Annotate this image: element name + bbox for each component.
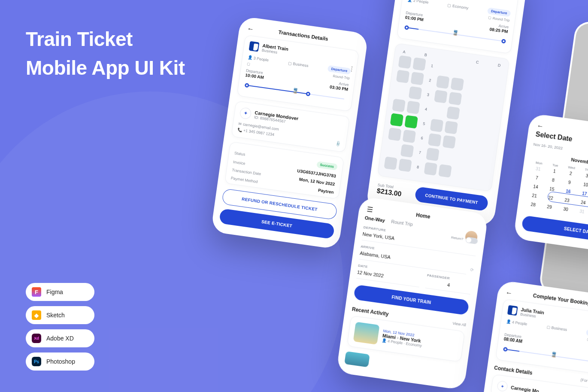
- hero-line2: Mobile App UI Kit: [26, 54, 185, 82]
- seat-gap: [440, 149, 454, 163]
- seat-gap: [438, 61, 452, 75]
- row-number: 5: [419, 121, 428, 127]
- contact-name: Carnegie Mo: [510, 385, 539, 392]
- hero-title: Train Ticket Mobile App UI Kit: [26, 25, 185, 82]
- menu-icon[interactable]: ☰: [367, 205, 374, 214]
- departure-badge: Departure: [327, 65, 351, 75]
- seat[interactable]: [396, 70, 410, 83]
- calendar-day[interactable]: 31: [530, 165, 546, 172]
- recent-heading: Recent Activity: [352, 306, 389, 317]
- calendar-day[interactable]: 7: [528, 174, 545, 181]
- calendar-day[interactable]: 21: [526, 192, 543, 199]
- seat[interactable]: [438, 164, 452, 178]
- calendar-day[interactable]: 8: [545, 177, 561, 184]
- col-c: C: [476, 60, 479, 65]
- seat[interactable]: [444, 121, 458, 134]
- col-b: B: [424, 53, 427, 58]
- seat[interactable]: [406, 100, 420, 114]
- class-pill: ▢ Economy: [447, 3, 469, 10]
- row-number: 2: [425, 78, 434, 83]
- seat[interactable]: [409, 86, 422, 100]
- tool-icon: Ps: [32, 357, 41, 366]
- calendar-day[interactable]: 14: [527, 183, 544, 190]
- seat[interactable]: [392, 99, 406, 112]
- contact-note: (For E-Ticket/Vo: [580, 378, 588, 386]
- screen-select-seat: Select Seat Benedict Train Economy 👤 2 P…: [366, 0, 528, 227]
- recent-thumb-peek: [344, 351, 370, 368]
- seat[interactable]: [403, 130, 416, 143]
- class-pill: ▢ Business: [546, 325, 567, 332]
- calendar-day[interactable]: 29: [541, 204, 558, 210]
- swap-icon[interactable]: ⟳: [470, 267, 474, 272]
- seat[interactable]: [398, 158, 412, 172]
- calendar-day[interactable]: 1: [546, 168, 563, 175]
- seat[interactable]: [443, 135, 456, 149]
- tool-icon: ◆: [32, 310, 41, 320]
- recent-view-all[interactable]: View All: [452, 321, 466, 327]
- train-icon: 🚆: [452, 30, 459, 36]
- seat[interactable]: [430, 119, 444, 132]
- calendar-day[interactable]: 10: [577, 181, 588, 188]
- calendar-day[interactable]: 28: [524, 201, 541, 208]
- row-number: 3: [424, 92, 433, 97]
- seat[interactable]: [449, 92, 462, 106]
- status-badge: Success: [316, 161, 338, 170]
- tool-label: Figma: [46, 289, 63, 295]
- dow: Thu: [579, 167, 588, 173]
- departure-badge: Departure: [487, 7, 511, 17]
- row-number: 8: [413, 164, 422, 170]
- invoice-label: Invoice: [233, 160, 246, 166]
- return-label: Return?: [451, 235, 463, 241]
- company-logo-icon: ✦: [239, 107, 252, 119]
- row-number: 4: [421, 106, 430, 112]
- select-date-button[interactable]: SELECT DATE: [521, 215, 588, 246]
- row-number: 7: [415, 150, 424, 155]
- seat[interactable]: [384, 156, 397, 170]
- calendar-day[interactable]: 3: [579, 172, 588, 179]
- seat[interactable]: [451, 77, 464, 91]
- seat[interactable]: [434, 90, 448, 103]
- tool-icon: Xd: [32, 334, 41, 343]
- company-logo-icon: ✦: [497, 380, 508, 392]
- seat[interactable]: [411, 72, 424, 85]
- contact-heading: Contack Details: [494, 365, 533, 376]
- calendar-day[interactable]: 30: [557, 206, 574, 213]
- train-card: Albert Train Business ⋮ 👤 3 People ▢ Bus…: [237, 35, 359, 112]
- calendar-day[interactable]: 9: [561, 179, 578, 186]
- seat[interactable]: [424, 162, 438, 176]
- seat[interactable]: [426, 148, 439, 161]
- hero-line1: Train Ticket: [26, 25, 185, 54]
- seat-selected[interactable]: [404, 115, 418, 129]
- tool-chip: PsPhotoshop: [26, 352, 94, 371]
- tool-chip: ◆Sketch: [26, 306, 94, 324]
- dow: Mon: [530, 160, 547, 166]
- seat-gap: [386, 142, 400, 156]
- calendar-day[interactable]: 31: [573, 208, 588, 215]
- seat[interactable]: [400, 144, 414, 158]
- calendar[interactable]: November, 2022 MonTueWedThuFriSaSu 31123…: [524, 152, 588, 222]
- tool-chip: XdAdobe XD: [26, 329, 94, 347]
- seat[interactable]: [436, 75, 450, 89]
- seat[interactable]: [412, 57, 426, 71]
- more-icon[interactable]: ⋮: [349, 65, 355, 73]
- seat-gap: [452, 63, 466, 76]
- seat[interactable]: [388, 128, 402, 141]
- pay-method-label: Paymet Method: [230, 176, 258, 184]
- back-icon[interactable]: ←: [246, 25, 254, 33]
- people-label: 👤 4 People: [506, 319, 527, 326]
- seat-selected[interactable]: [390, 113, 404, 127]
- people-label: 👤 2 People: [407, 0, 429, 4]
- seat[interactable]: [398, 55, 412, 69]
- back-icon[interactable]: ←: [536, 122, 544, 131]
- screen-complete-booking: ← Complete Your Booking Julia Train Busi…: [482, 280, 588, 392]
- people-label: 👤 3 People: [248, 55, 269, 62]
- seat[interactable]: [428, 133, 442, 147]
- calendar-day[interactable]: 2: [562, 170, 579, 177]
- seat[interactable]: [446, 106, 460, 120]
- seat-gap: [394, 84, 408, 98]
- trip-type: Round-Trip: [492, 16, 510, 22]
- back-icon[interactable]: ←: [505, 289, 513, 297]
- attachment-icon[interactable]: 📎: [335, 140, 342, 147]
- seat-map: A B C D 12345678: [377, 43, 510, 191]
- dow: Wed: [563, 164, 580, 170]
